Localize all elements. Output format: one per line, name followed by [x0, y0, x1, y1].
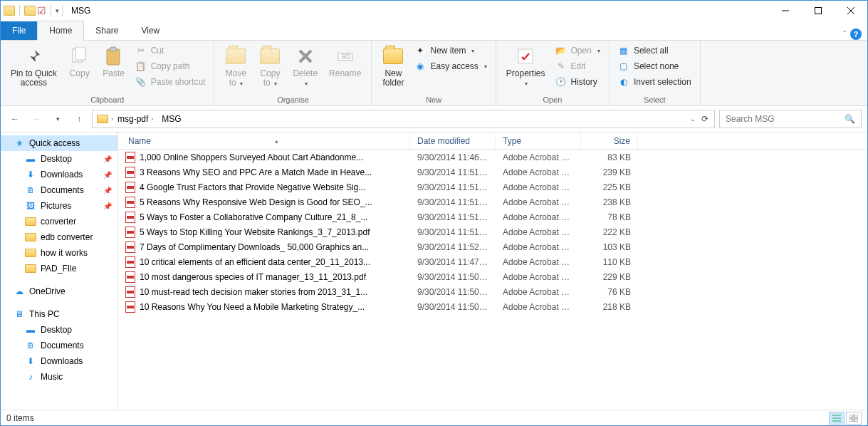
file-row[interactable]: 5 Reasons Why Responsive Web Design is G… — [118, 194, 867, 209]
pin-icon: 📌 — [103, 171, 112, 179]
thumbnails-view-button[interactable] — [846, 412, 862, 425]
star-icon: ★ — [14, 137, 25, 149]
properties-button[interactable]: Properties▾ — [502, 43, 550, 90]
file-row[interactable]: 10 must-read tech decision maker stories… — [118, 284, 867, 299]
tree-pc-music[interactable]: ♪Music — [1, 369, 117, 385]
tree-edb-converter[interactable]: edb converter — [1, 229, 117, 245]
file-row[interactable]: 5 Ways to Foster a Collaborative Company… — [118, 209, 867, 224]
file-row[interactable]: 3 Reasons Why SEO and PPC Are a Match Ma… — [118, 165, 867, 180]
file-name: 5 Ways to Stop Killing Your Website Rank… — [118, 227, 410, 238]
tree-documents[interactable]: 🗎Documents📌 — [1, 182, 117, 198]
copy-to-button[interactable]: Copy to ▾ — [254, 43, 286, 90]
rename-button[interactable]: ab Rename — [325, 43, 365, 80]
tree-pictures[interactable]: 🖼Pictures📌 — [1, 198, 117, 214]
breadcrumb-segment[interactable]: MSG — [157, 114, 185, 124]
file-row[interactable]: 10 most dangerous species of IT manager_… — [118, 269, 867, 284]
up-button[interactable]: ↑ — [70, 110, 88, 128]
column-name[interactable]: Name▴ — [118, 133, 410, 149]
file-row[interactable]: 5 Ways to Stop Killing Your Website Rank… — [118, 224, 867, 239]
file-name: 10 critical elements of an efficient dat… — [118, 256, 410, 268]
ribbon-tabs: File Home Share View ˆ ? — [1, 21, 867, 41]
select-all-button[interactable]: ▦Select all — [615, 43, 694, 58]
tree-pad-file[interactable]: PAD_FIle — [1, 261, 117, 276]
group-label: Organise — [220, 94, 365, 104]
svg-text:ab: ab — [341, 51, 351, 61]
cut-button[interactable]: ✂Cut — [132, 43, 209, 58]
svg-rect-18 — [849, 419, 853, 422]
column-size[interactable]: Size — [581, 133, 638, 149]
column-date[interactable]: Date modified — [410, 133, 496, 149]
qat-properties-icon[interactable]: ☑ — [37, 5, 46, 16]
tab-share[interactable]: Share — [84, 21, 130, 40]
new-item-button[interactable]: ✦New item▾ — [412, 43, 489, 58]
history-button[interactable]: 🕑History — [553, 75, 603, 89]
paste-button[interactable]: Paste — [98, 43, 130, 80]
minimize-ribbon-icon[interactable]: ˆ — [843, 30, 846, 38]
edit-button[interactable]: ✎Edit — [553, 59, 603, 73]
easy-access-button[interactable]: ◉Easy access▾ — [412, 59, 489, 73]
file-type: Adobe Acrobat D... — [496, 287, 581, 297]
tree-pc-downloads[interactable]: ⬇Downloads — [1, 353, 117, 369]
tree-this-pc[interactable]: 🖥This PC — [1, 306, 117, 322]
open-button[interactable]: 📂Open▾ — [553, 43, 603, 58]
file-row[interactable]: 1,000 Online Shoppers Surveyed About Car… — [118, 150, 867, 165]
file-size: 76 KB — [581, 287, 638, 297]
qat-dropdown-icon[interactable]: ▾ — [56, 7, 59, 14]
music-icon: ♪ — [25, 371, 36, 383]
tab-file[interactable]: File — [1, 21, 37, 40]
copy-path-button[interactable]: 📋Copy path — [132, 59, 209, 73]
file-name: 3 Reasons Why SEO and PPC Are a Match Ma… — [118, 167, 410, 178]
tree-how-it-works[interactable]: how it works — [1, 245, 117, 261]
address-bar[interactable]: › msg-pdf› MSG ⌄ ⟳ — [92, 110, 715, 128]
group-select: ▦Select all ▢Select none ◐Invert selecti… — [610, 41, 701, 105]
pc-icon: 🖥 — [14, 308, 25, 320]
file-row[interactable]: 10 Reasons Why You Need a Mobile Marketi… — [118, 299, 867, 314]
maximize-button[interactable] — [802, 1, 835, 21]
tree-quick-access[interactable]: ★Quick access — [1, 135, 117, 151]
file-row[interactable]: 10 critical elements of an efficient dat… — [118, 254, 867, 269]
pdf-icon — [125, 256, 135, 268]
column-headers: Name▴ Date modified Type Size — [118, 133, 867, 150]
tree-downloads[interactable]: ⬇Downloads📌 — [1, 167, 117, 182]
tree-pc-desktop[interactable]: ▬Desktop — [1, 322, 117, 338]
file-row[interactable]: 4 Google Trust Factors that Provide Nega… — [118, 180, 867, 194]
item-count: 0 items — [6, 413, 34, 423]
paste-shortcut-button[interactable]: 📎Paste shortcut — [132, 75, 209, 89]
tree-pc-documents[interactable]: 🗎Documents — [1, 338, 117, 353]
new-folder-button[interactable]: New folder — [377, 43, 409, 89]
svg-rect-7 — [110, 47, 116, 51]
breadcrumb-segment[interactable]: msg-pdf› — [113, 114, 157, 124]
column-type[interactable]: Type — [496, 133, 581, 149]
copy-button[interactable]: Copy — [64, 43, 95, 80]
recent-locations-button[interactable]: ▾ — [49, 110, 66, 128]
tab-home[interactable]: Home — [37, 21, 84, 41]
file-size: 239 KB — [581, 167, 638, 177]
svg-rect-17 — [854, 415, 858, 417]
help-icon[interactable]: ? — [850, 28, 862, 40]
qat-folder-icon[interactable] — [24, 6, 36, 16]
search-icon: 🔍 — [845, 114, 855, 124]
tree-converter[interactable]: converter — [1, 214, 117, 229]
refresh-button[interactable]: ⟳ — [701, 114, 708, 124]
pin-to-quick-access-button[interactable]: Pin to Quick access — [6, 43, 61, 89]
tab-view[interactable]: View — [130, 21, 171, 40]
forward-button[interactable]: → — [28, 110, 45, 128]
file-row[interactable]: 7 Days of Complimentary Downloads_ 50,00… — [118, 239, 867, 254]
minimize-button[interactable] — [769, 1, 802, 21]
file-type: Adobe Acrobat D... — [496, 227, 581, 237]
navigation-tree[interactable]: ★Quick access ▬Desktop📌 ⬇Downloads📌 🗎Doc… — [1, 133, 118, 410]
downloads-icon: ⬇ — [25, 169, 36, 180]
folder-icon — [25, 232, 36, 243]
address-dropdown-icon[interactable]: ⌄ — [690, 115, 696, 123]
select-none-button[interactable]: ▢Select none — [615, 59, 694, 73]
delete-button[interactable]: Delete▾ — [288, 43, 322, 90]
back-button[interactable]: ← — [6, 110, 23, 128]
close-button[interactable] — [835, 1, 867, 21]
pin-icon: 📌 — [103, 155, 112, 163]
tree-onedrive[interactable]: ☁OneDrive — [1, 284, 117, 299]
tree-desktop[interactable]: ▬Desktop📌 — [1, 151, 117, 167]
search-box[interactable]: Search MSG 🔍 — [719, 110, 862, 128]
move-to-button[interactable]: Move to ▾ — [220, 43, 251, 90]
invert-selection-button[interactable]: ◐Invert selection — [615, 75, 694, 89]
details-view-button[interactable] — [829, 412, 845, 425]
